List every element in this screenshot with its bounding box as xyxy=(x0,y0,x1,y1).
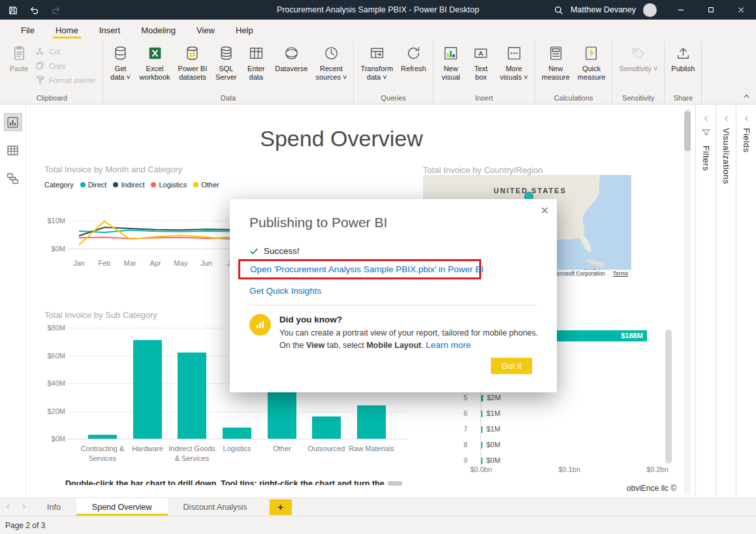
sensitivity-label: Sensitivity ˅ xyxy=(619,65,657,73)
bar-7[interactable] xyxy=(481,426,482,433)
previous-page-arrow[interactable] xyxy=(0,498,16,516)
ribbon-group-calculations: NewmeasureQuickmeasureCalculations xyxy=(535,40,613,104)
canvas-scrollbar[interactable] xyxy=(684,108,691,495)
open-in-powerbi-link[interactable]: Open 'Procurement Analysis Sample PBIX.p… xyxy=(240,264,484,274)
data-view-button[interactable] xyxy=(4,141,22,159)
paste-button[interactable]: Paste xyxy=(4,40,34,73)
bar-other[interactable] xyxy=(268,392,296,439)
bar-outsourced[interactable] xyxy=(312,416,341,439)
more-visuals-button[interactable]: Morevisuals ˅ xyxy=(496,40,532,82)
report-view-button[interactable] xyxy=(4,113,22,131)
recent-sources-label: Recentsources ˅ xyxy=(315,65,347,82)
bar-9[interactable] xyxy=(481,458,482,464)
ribbon-tab-modeling[interactable]: Modeling xyxy=(131,20,186,40)
copy-button[interactable]: Copy xyxy=(35,61,96,71)
data-label: $188M xyxy=(621,332,647,339)
group-label-insert: Insert xyxy=(433,94,535,102)
page-tab-discount-analysis[interactable]: Discount Analysis xyxy=(168,498,263,516)
page-tab-spend-overview[interactable]: Spend Overview xyxy=(76,498,168,516)
data-label: $2M xyxy=(487,394,501,401)
new-page-button[interactable]: + xyxy=(270,499,292,515)
sensitivity-icon xyxy=(630,45,646,61)
ribbon-tab-help[interactable]: Help xyxy=(225,20,264,40)
group-label-clipboard: Clipboard xyxy=(1,94,102,102)
bar-6[interactable] xyxy=(481,411,482,417)
ribbon-tab-home[interactable]: Home xyxy=(45,20,89,40)
chevron-left-icon[interactable] xyxy=(702,113,710,120)
cut-button[interactable]: Cut xyxy=(35,46,96,56)
scrollbar[interactable] xyxy=(665,330,672,463)
x-axis-label: Jun xyxy=(196,259,217,267)
publish-button[interactable]: Publish xyxy=(667,40,699,73)
quick-measure-button[interactable]: Quickmeasure xyxy=(574,40,610,82)
horizontal-scrollbar[interactable] xyxy=(388,481,402,486)
chevron-left-icon[interactable] xyxy=(723,113,730,120)
ribbon-tab-file[interactable]: File xyxy=(10,20,45,40)
sql-server-button[interactable]: SQLServer xyxy=(211,40,241,82)
user-name[interactable]: Matthew Devaney xyxy=(571,5,636,14)
learn-more-link[interactable]: Learn more xyxy=(426,340,471,350)
chevron-left-icon[interactable] xyxy=(743,113,750,120)
more-visuals-label: Morevisuals ˅ xyxy=(500,65,528,82)
excel-workbook-button[interactable]: Excelworkbook xyxy=(136,40,174,82)
next-page-arrow[interactable] xyxy=(16,498,31,516)
x-axis-label: $0.0bn xyxy=(467,465,496,473)
power-bi-datasets-button[interactable]: Power BIdatasets xyxy=(174,40,212,82)
bar-5[interactable] xyxy=(481,395,483,401)
bar-indirect-goods-services[interactable] xyxy=(178,353,206,439)
refresh-icon xyxy=(405,45,422,61)
scrollbar-thumb[interactable] xyxy=(684,111,691,151)
bar-8[interactable] xyxy=(481,442,482,448)
x-axis-label: Jan xyxy=(69,259,89,267)
panel-filters: Filters xyxy=(695,104,716,497)
enter-data-label: Enterdata xyxy=(247,65,264,82)
maximize-icon xyxy=(707,6,715,14)
dataverse-button[interactable]: Dataverse xyxy=(271,40,311,73)
bar-raw-materials[interactable] xyxy=(357,405,386,439)
search-icon[interactable] xyxy=(554,5,563,15)
bar-logistics[interactable] xyxy=(223,428,251,439)
window-title: Procurement Analysis Sample PBIX - Power… xyxy=(277,5,479,14)
dialog-close-button[interactable] xyxy=(540,206,549,215)
got-it-button[interactable]: Got it xyxy=(491,358,532,374)
publish-label: Publish xyxy=(671,65,695,73)
refresh-button[interactable]: Refresh xyxy=(397,40,430,73)
close-button[interactable] xyxy=(726,0,756,20)
get-data-button[interactable]: Getdata ˅ xyxy=(106,40,136,82)
text-box-icon xyxy=(473,45,489,61)
format-painter-button[interactable]: Format painter xyxy=(35,75,96,85)
enter-data-button[interactable]: Enterdata xyxy=(241,40,271,82)
x-axis-label: Contracting & Services xyxy=(79,444,126,463)
view-switcher xyxy=(0,104,26,497)
ribbon-tab-view[interactable]: View xyxy=(186,20,225,40)
excel-workbook-label: Excelworkbook xyxy=(140,65,170,82)
terms-link[interactable]: Terms xyxy=(613,270,628,277)
tip-heading: Did you know? xyxy=(279,315,342,324)
new-measure-label: Newmeasure xyxy=(542,65,570,82)
undo-icon[interactable] xyxy=(29,5,39,15)
new-visual-button[interactable]: Newvisual xyxy=(436,40,466,82)
more-visuals-icon xyxy=(506,45,522,61)
model-view-button[interactable] xyxy=(4,169,22,187)
redo-icon[interactable] xyxy=(51,5,61,15)
sensitivity-button[interactable]: Sensitivity ˅ xyxy=(615,40,661,73)
text-box-button[interactable]: Textbox xyxy=(466,40,496,82)
annotation-highlight: Open 'Procurement Analysis Sample PBIX.p… xyxy=(238,259,481,279)
page-tab-info[interactable]: Info xyxy=(31,498,76,516)
avatar[interactable] xyxy=(643,3,657,17)
ribbon-tab-insert[interactable]: Insert xyxy=(89,20,131,40)
recent-sources-button[interactable]: Recentsources ˅ xyxy=(311,40,351,82)
collapse-ribbon-button[interactable] xyxy=(742,92,751,101)
get-quick-insights-link[interactable]: Get Quick Insights xyxy=(249,286,321,296)
category-label: 5 xyxy=(450,394,467,401)
gridline xyxy=(68,411,407,412)
new-measure-button[interactable]: Newmeasure xyxy=(538,40,574,82)
bar-contracting-services[interactable] xyxy=(88,435,117,439)
maximize-button[interactable] xyxy=(696,0,726,20)
transform-data-button[interactable]: Transformdata ˅ xyxy=(356,40,397,82)
tip-line1: You can create a portrait view of your r… xyxy=(279,328,538,338)
bar-hardware[interactable] xyxy=(133,340,162,439)
save-icon[interactable] xyxy=(8,5,18,15)
panel-label-filters: Filters xyxy=(701,146,711,171)
minimize-button[interactable] xyxy=(666,0,696,20)
